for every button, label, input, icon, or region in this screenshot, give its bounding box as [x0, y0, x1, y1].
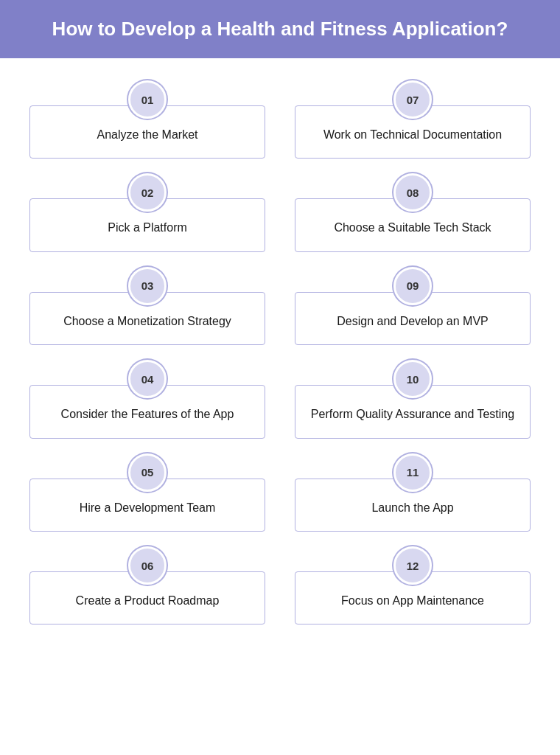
step-number-06: 06	[128, 546, 167, 585]
step-item-04: 04 Consider the Features of the App	[29, 360, 265, 438]
page-wrapper: How to Develop a Health and Fitness Appl…	[0, 0, 560, 669]
step-label-10: Perform Quality Assurance and Testing	[307, 406, 518, 422]
step-label-11: Launch the App	[307, 500, 518, 516]
step-number-09: 09	[393, 267, 432, 305]
steps-grid: 01 Analyze the Market 07 Work on Technic…	[29, 80, 531, 639]
step-number-07: 07	[393, 80, 432, 119]
step-label-08: Choose a Suitable Tech Stack	[307, 220, 518, 236]
step-number-05: 05	[128, 453, 167, 492]
step-label-01: Analyze the Market	[42, 127, 253, 143]
step-number-10: 10	[393, 360, 432, 398]
step-item-06: 06 Create a Product Roadmap	[29, 546, 265, 624]
step-number-04: 04	[128, 360, 167, 398]
step-item-05: 05 Hire a Development Team	[29, 453, 265, 532]
step-label-09: Design and Develop an MVP	[307, 313, 518, 330]
header: How to Develop a Health and Fitness Appl…	[0, 0, 560, 58]
step-label-07: Work on Technical Documentation	[307, 127, 518, 143]
step-item-10: 10 Perform Quality Assurance and Testing	[295, 360, 531, 438]
step-item-12: 12 Focus on App Maintenance	[295, 546, 531, 624]
step-label-05: Hire a Development Team	[42, 500, 253, 516]
step-item-01: 01 Analyze the Market	[29, 80, 265, 159]
step-number-11: 11	[393, 453, 432, 492]
step-item-09: 09 Design and Develop an MVP	[295, 267, 531, 345]
content-area: 01 Analyze the Market 07 Work on Technic…	[0, 58, 560, 669]
step-number-01: 01	[128, 80, 167, 119]
step-label-02: Pick a Platform	[42, 220, 253, 236]
step-number-12: 12	[393, 546, 432, 585]
step-item-02: 02 Pick a Platform	[29, 173, 265, 251]
header-title: How to Develop a Health and Fitness Appl…	[29, 16, 531, 42]
step-label-06: Create a Product Roadmap	[42, 593, 253, 609]
step-item-08: 08 Choose a Suitable Tech Stack	[295, 173, 531, 251]
step-label-04: Consider the Features of the App	[42, 406, 253, 422]
step-label-03: Choose a Monetization Strategy	[42, 313, 253, 330]
step-item-03: 03 Choose a Monetization Strategy	[29, 267, 265, 345]
step-item-11: 11 Launch the App	[295, 453, 531, 532]
step-number-03: 03	[128, 267, 167, 305]
step-label-12: Focus on App Maintenance	[307, 593, 518, 609]
step-item-07: 07 Work on Technical Documentation	[295, 80, 531, 159]
